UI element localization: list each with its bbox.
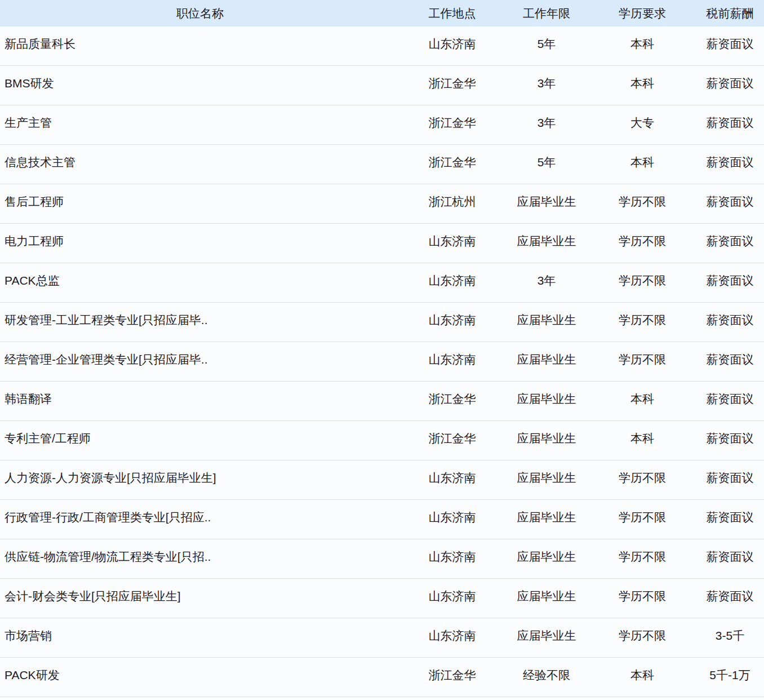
job-title-cell[interactable]: 研发管理-工业工程类专业[只招应届毕..	[0, 312, 400, 333]
table-row[interactable]: 经营管理-企业管理类专业[只招应届毕.. 山东济南 应届毕业生 学历不限 薪资面…	[0, 342, 764, 382]
job-title-cell[interactable]: 生产主管	[0, 115, 400, 135]
experience-cell: 3年	[504, 76, 589, 96]
salary-cell: 5千-1万	[696, 667, 764, 688]
experience-cell: 应届毕业生	[504, 470, 589, 490]
job-title-cell[interactable]: 市场营销	[0, 628, 400, 648]
table-row[interactable]: 行政管理-行政/工商管理类专业[只招应.. 山东济南 应届毕业生 学历不限 薪资…	[0, 500, 764, 539]
column-header-salary: 税前薪酬	[696, 6, 764, 21]
job-title-cell[interactable]: 供应链-物流管理/物流工程类专业[只招..	[0, 549, 400, 569]
table-row[interactable]: 生产主管 浙江金华 3年 大专 薪资面议	[0, 105, 764, 145]
salary-cell: 薪资面议	[696, 312, 764, 333]
table-row[interactable]: 供应链-物流管理/物流工程类专业[只招.. 山东济南 应届毕业生 学历不限 薪资…	[0, 539, 764, 579]
education-cell: 学历不限	[589, 510, 696, 530]
table-row[interactable]: 研发管理-工业工程类专业[只招应届毕.. 山东济南 应届毕业生 学历不限 薪资面…	[0, 303, 764, 342]
job-title-cell[interactable]: 专利主管/工程师	[0, 431, 400, 451]
experience-cell: 应届毕业生	[504, 628, 589, 648]
job-title-cell[interactable]: 韩语翻译	[0, 391, 400, 411]
experience-cell: 3年	[504, 273, 589, 293]
column-header-education: 学历要求	[589, 6, 696, 21]
education-cell: 学历不限	[589, 273, 696, 293]
location-cell: 山东济南	[400, 273, 504, 293]
salary-cell: 薪资面议	[696, 36, 764, 56]
location-cell: 浙江金华	[400, 431, 504, 451]
education-cell: 本科	[589, 431, 696, 451]
job-title-cell[interactable]: 电力工程师	[0, 233, 400, 254]
column-header-experience: 工作年限	[504, 6, 589, 21]
experience-cell: 应届毕业生	[504, 549, 589, 569]
education-cell: 学历不限	[589, 628, 696, 648]
location-cell: 浙江金华	[400, 667, 504, 688]
experience-cell: 应届毕业生	[504, 312, 589, 333]
salary-cell: 薪资面议	[696, 510, 764, 530]
job-title-cell[interactable]: 售后工程师	[0, 194, 400, 214]
experience-cell: 应届毕业生	[504, 588, 589, 609]
table-body: 新品质量科长 山东济南 5年 本科 薪资面议 BMS研发 浙江金华 3年 本科 …	[0, 26, 764, 697]
job-title-cell[interactable]: 人力资源-人力资源专业[只招应届毕业生]	[0, 470, 400, 490]
job-title-cell[interactable]: 行政管理-行政/工商管理类专业[只招应..	[0, 510, 400, 530]
job-title-cell[interactable]: 会计-财会类专业[只招应届毕业生]	[0, 588, 400, 609]
education-cell: 本科	[589, 76, 696, 96]
experience-cell: 应届毕业生	[504, 431, 589, 451]
education-cell: 大专	[589, 115, 696, 135]
experience-cell: 应届毕业生	[504, 391, 589, 411]
job-title-cell[interactable]: 信息技术主管	[0, 154, 400, 175]
location-cell: 山东济南	[400, 510, 504, 530]
table-row[interactable]: 电力工程师 山东济南 应届毕业生 学历不限 薪资面议	[0, 224, 764, 263]
job-title-cell[interactable]: PACK总监	[0, 273, 400, 293]
table-row[interactable]: 售后工程师 浙江杭州 应届毕业生 学历不限 薪资面议	[0, 184, 764, 224]
table-row[interactable]: BMS研发 浙江金华 3年 本科 薪资面议	[0, 66, 764, 105]
location-cell: 山东济南	[400, 628, 504, 648]
table-row[interactable]: 市场营销 山东济南 应届毕业生 学历不限 3-5千	[0, 618, 764, 658]
salary-cell: 薪资面议	[696, 154, 764, 175]
column-header-position: 职位名称	[0, 6, 400, 21]
experience-cell: 应届毕业生	[504, 194, 589, 214]
salary-cell: 薪资面议	[696, 115, 764, 135]
job-listings-table: 职位名称 工作地点 工作年限 学历要求 税前薪酬 新品质量科长 山东济南 5年 …	[0, 0, 764, 700]
job-title-cell[interactable]: PACK研发	[0, 667, 400, 688]
salary-cell: 薪资面议	[696, 233, 764, 254]
location-cell: 山东济南	[400, 470, 504, 490]
salary-cell: 薪资面议	[696, 588, 764, 609]
table-row[interactable]: PACK总监 山东济南 3年 学历不限 薪资面议	[0, 263, 764, 303]
location-cell: 浙江金华	[400, 154, 504, 175]
experience-cell: 应届毕业生	[504, 233, 589, 254]
salary-cell: 薪资面议	[696, 76, 764, 96]
education-cell: 学历不限	[589, 549, 696, 569]
salary-cell: 薪资面议	[696, 470, 764, 490]
experience-cell: 应届毕业生	[504, 510, 589, 530]
table-row[interactable]: 会计-财会类专业[只招应届毕业生] 山东济南 应届毕业生 学历不限 薪资面议	[0, 579, 764, 618]
table-row[interactable]: 人力资源-人力资源专业[只招应届毕业生] 山东济南 应届毕业生 学历不限 薪资面…	[0, 460, 764, 500]
education-cell: 学历不限	[589, 194, 696, 214]
location-cell: 浙江金华	[400, 115, 504, 135]
salary-cell: 3-5千	[696, 628, 764, 648]
education-cell: 本科	[589, 36, 696, 56]
location-cell: 浙江金华	[400, 391, 504, 411]
experience-cell: 5年	[504, 154, 589, 175]
location-cell: 浙江杭州	[400, 194, 504, 214]
education-cell: 本科	[589, 391, 696, 411]
experience-cell: 3年	[504, 115, 589, 135]
location-cell: 山东济南	[400, 233, 504, 254]
bottom-strip	[0, 697, 764, 700]
table-row[interactable]: 新品质量科长 山东济南 5年 本科 薪资面议	[0, 26, 764, 66]
location-cell: 山东济南	[400, 549, 504, 569]
table-row[interactable]: 韩语翻译 浙江金华 应届毕业生 本科 薪资面议	[0, 382, 764, 421]
education-cell: 本科	[589, 667, 696, 688]
table-row[interactable]: 信息技术主管 浙江金华 5年 本科 薪资面议	[0, 145, 764, 184]
education-cell: 学历不限	[589, 470, 696, 490]
location-cell: 山东济南	[400, 36, 504, 56]
location-cell: 山东济南	[400, 588, 504, 609]
salary-cell: 薪资面议	[696, 391, 764, 411]
location-cell: 浙江金华	[400, 76, 504, 96]
job-title-cell[interactable]: 经营管理-企业管理类专业[只招应届毕..	[0, 352, 400, 372]
experience-cell: 应届毕业生	[504, 352, 589, 372]
salary-cell: 薪资面议	[696, 431, 764, 451]
salary-cell: 薪资面议	[696, 194, 764, 214]
job-title-cell[interactable]: 新品质量科长	[0, 36, 400, 56]
location-cell: 山东济南	[400, 312, 504, 333]
salary-cell: 薪资面议	[696, 549, 764, 569]
salary-cell: 薪资面议	[696, 273, 764, 293]
table-row[interactable]: PACK研发 浙江金华 经验不限 本科 5千-1万	[0, 658, 764, 697]
table-row[interactable]: 专利主管/工程师 浙江金华 应届毕业生 本科 薪资面议	[0, 421, 764, 460]
job-title-cell[interactable]: BMS研发	[0, 76, 400, 96]
